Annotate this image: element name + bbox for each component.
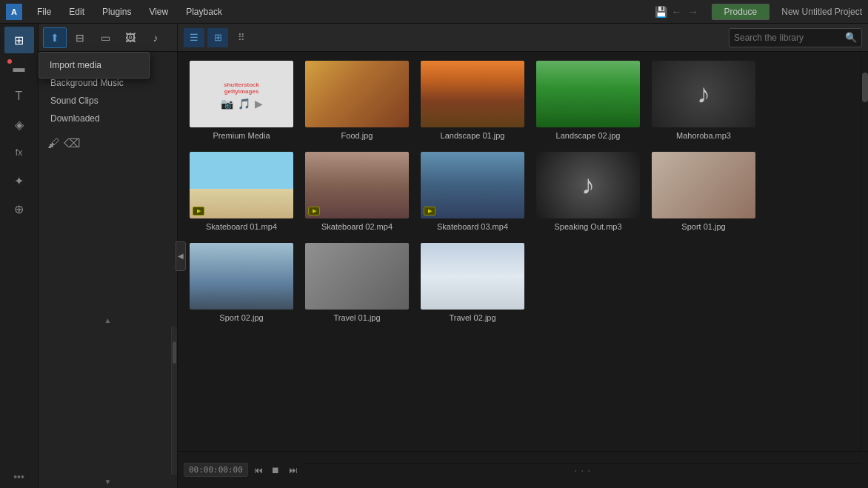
rail-icon-media[interactable]: ⊞ bbox=[4, 27, 34, 53]
audio-button[interactable]: ♪ bbox=[144, 27, 167, 48]
media-name: Travel 01.jpg bbox=[333, 313, 380, 322]
produce-button[interactable]: Produce bbox=[712, 4, 770, 20]
list-item[interactable]: Sport 02.jpg bbox=[190, 243, 293, 322]
media-name: Mahoroba.mp3 bbox=[676, 131, 731, 140]
media-thumb-food bbox=[305, 61, 409, 127]
window-title: New Untitled Project bbox=[781, 7, 862, 17]
main-area: ⊞ ▬ T ◈ fx ✦ ⊕ ••• ⬆ ⊟ ▭ 🖼 bbox=[0, 24, 868, 488]
rail-icon-composite[interactable]: ⊕ bbox=[4, 195, 34, 222]
save-icon[interactable]: 💾 bbox=[655, 6, 667, 18]
media-name: Speaking Out.mp3 bbox=[554, 222, 621, 231]
media-name: Landscape 02.jpg bbox=[556, 131, 621, 140]
media-icon: ⊞ bbox=[14, 33, 24, 47]
search-box: 🔍 bbox=[729, 28, 862, 47]
titles-button[interactable]: ⊟ bbox=[68, 27, 92, 48]
import-media-button[interactable]: ⬆ bbox=[43, 27, 67, 48]
media-thumb-sport02 bbox=[190, 243, 293, 310]
content-area: ☰ ⊞ ⠿ 🔍 shutterstockgettyimages 📷🎵▶ bbox=[178, 24, 868, 488]
media-name: Sport 02.jpg bbox=[219, 313, 263, 322]
content-scrollbar[interactable] bbox=[861, 52, 868, 451]
media-name: Sport 01.jpg bbox=[681, 222, 725, 231]
list-item[interactable]: Travel 01.jpg bbox=[305, 243, 409, 322]
rail-icon-fx[interactable]: fx bbox=[4, 139, 34, 166]
nav-back-arrow[interactable]: ← bbox=[670, 6, 684, 18]
scroll-thumb[interactable] bbox=[862, 73, 868, 102]
transition-button[interactable]: ▭ bbox=[93, 27, 117, 48]
search-icon[interactable]: 🔍 bbox=[845, 32, 857, 43]
list-item[interactable]: Travel 02.jpg bbox=[421, 243, 524, 322]
menu-bar: A File Edit Plugins View Playback 💾 ← → … bbox=[0, 0, 868, 24]
stop-button[interactable]: ⏹ bbox=[269, 461, 284, 479]
sidebar-scroll-up[interactable]: ▲ bbox=[39, 313, 177, 327]
list-item[interactable]: Food.jpg bbox=[305, 61, 409, 140]
media-name: Skateboard 02.mp4 bbox=[321, 222, 393, 231]
video-badge: ▶ bbox=[424, 207, 435, 215]
list-item[interactable]: ▶ Skateboard 02.mp4 bbox=[305, 152, 409, 231]
menu-plugins[interactable]: Plugins bbox=[99, 5, 134, 19]
media-thumb-mahoroba: ♪ bbox=[652, 61, 755, 127]
menu-edit[interactable]: Edit bbox=[66, 5, 87, 19]
text-icon: T bbox=[16, 90, 23, 103]
brush-tools: 🖌 ⌫ bbox=[39, 132, 177, 155]
media-name: Skateboard 03.mp4 bbox=[437, 222, 508, 231]
image-button[interactable]: 🖼 bbox=[118, 27, 142, 48]
video-badge: ▶ bbox=[193, 207, 204, 215]
rail-icon-timeline[interactable]: ▬ bbox=[4, 55, 34, 81]
list-item[interactable]: shutterstockgettyimages 📷🎵▶ Premium Medi… bbox=[190, 61, 293, 140]
media-thumb-skate03: ▶ bbox=[421, 152, 524, 218]
motion-icon: ✦ bbox=[14, 174, 24, 188]
more-icon: ••• bbox=[13, 471, 24, 483]
sidebar-toolbar: ⬆ ⊟ ▭ 🖼 ♪ bbox=[39, 24, 177, 52]
media-thumb-landscape02 bbox=[536, 61, 640, 127]
play-forward-button[interactable]: ⏭ bbox=[286, 461, 301, 479]
app-logo: A bbox=[6, 4, 22, 20]
eraser-icon[interactable]: ⌫ bbox=[64, 136, 81, 150]
sidebar-item-sound-clips[interactable]: Sound Clips bbox=[39, 92, 177, 110]
menu-playback[interactable]: Playback bbox=[183, 5, 225, 19]
list-item[interactable]: Landscape 02.jpg bbox=[536, 61, 640, 140]
fx-icon: fx bbox=[16, 147, 22, 158]
list-item[interactable]: ▶ Skateboard 01.mp4 bbox=[190, 152, 293, 231]
sidebar-item-downloaded[interactable]: Downloaded bbox=[39, 110, 177, 127]
list-item[interactable]: Sport 01.jpg bbox=[652, 152, 755, 231]
list-item[interactable]: ♪ Speaking Out.mp3 bbox=[536, 152, 640, 231]
media-grid: shutterstockgettyimages 📷🎵▶ Premium Medi… bbox=[178, 52, 861, 451]
resize-handle[interactable]: • • • bbox=[304, 463, 862, 478]
import-popup-item[interactable]: Import media bbox=[39, 56, 149, 75]
list-item[interactable]: Landscape 01.jpg bbox=[421, 61, 524, 140]
media-thumb-travel02 bbox=[421, 243, 524, 310]
timecode-display: 00:00:00:00 bbox=[184, 463, 248, 477]
media-thumb-skate02: ▶ bbox=[305, 152, 409, 218]
brush-icon[interactable]: 🖌 bbox=[47, 137, 59, 150]
rail-icon-motion[interactable]: ✦ bbox=[4, 167, 34, 194]
menu-view[interactable]: View bbox=[146, 5, 171, 19]
media-thumb-speaking: ♪ bbox=[536, 152, 640, 218]
media-thumb-landscape01 bbox=[421, 61, 524, 127]
list-item[interactable]: ♪ Mahoroba.mp3 bbox=[652, 61, 755, 140]
media-name: Skateboard 01.mp4 bbox=[206, 222, 277, 231]
list-view-button[interactable]: ☰ bbox=[184, 28, 204, 47]
list-item[interactable]: ▶ Skateboard 03.mp4 bbox=[421, 152, 524, 231]
sidebar-scroll-down[interactable]: ▼ bbox=[39, 475, 177, 488]
rail-icon-text[interactable]: T bbox=[4, 83, 34, 110]
media-thumb-premium: shutterstockgettyimages 📷🎵▶ bbox=[190, 61, 293, 127]
icon-rail: ⊞ ▬ T ◈ fx ✦ ⊕ ••• bbox=[0, 24, 39, 488]
media-thumb-travel01 bbox=[305, 243, 409, 310]
media-thumb-skate01: ▶ bbox=[190, 152, 293, 218]
import-popup: Import media bbox=[39, 52, 150, 78]
grid-view-button[interactable]: ⊞ bbox=[207, 28, 228, 47]
menu-file[interactable]: File bbox=[34, 5, 54, 19]
play-back-button[interactable]: ⏮ bbox=[251, 461, 266, 479]
tile-view-button[interactable]: ⠿ bbox=[231, 28, 252, 47]
media-name: Premium Media bbox=[213, 131, 270, 140]
nav-forward-arrow[interactable]: → bbox=[687, 6, 700, 18]
timeline-icon: ▬ bbox=[13, 61, 25, 75]
music-note-icon: ♪ bbox=[697, 78, 710, 110]
sidebar-collapse-button[interactable]: ◀ bbox=[176, 241, 186, 271]
composite-icon: ⊕ bbox=[14, 202, 24, 216]
search-input[interactable] bbox=[734, 33, 842, 43]
media-name: Food.jpg bbox=[341, 131, 373, 140]
rail-icon-effects[interactable]: ◈ bbox=[4, 111, 34, 138]
rail-more-button[interactable]: ••• bbox=[4, 466, 34, 488]
media-name: Landscape 01.jpg bbox=[441, 131, 505, 140]
